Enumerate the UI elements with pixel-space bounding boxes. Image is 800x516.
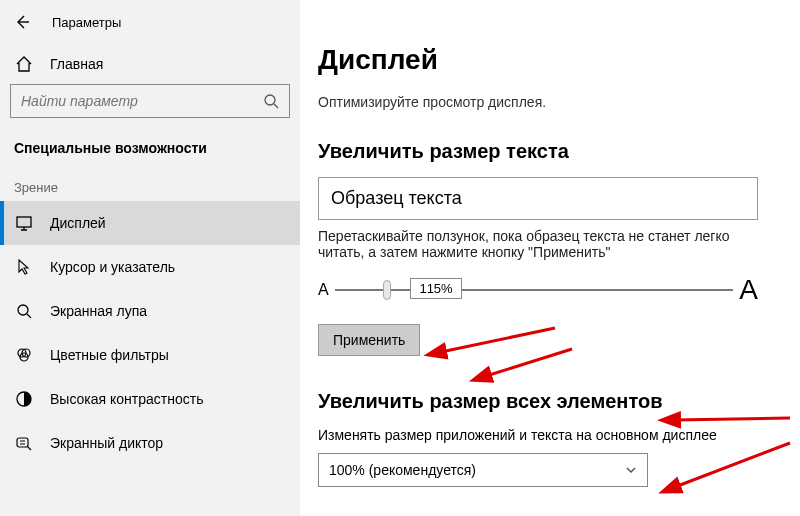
apply-button[interactable]: Применить — [318, 324, 420, 356]
sidebar-item-label: Дисплей — [50, 215, 106, 231]
section-title: Специальные возможности — [0, 132, 300, 174]
heading-scale-all: Увеличить размер всех элементов — [318, 390, 774, 413]
page-title: Дисплей — [318, 44, 774, 76]
sidebar-item-cursor[interactable]: Курсор и указатель — [0, 245, 300, 289]
svg-point-0 — [265, 95, 275, 105]
search-input[interactable] — [21, 93, 263, 109]
sidebar-item-label: Экранный диктор — [50, 435, 163, 451]
home-icon — [14, 54, 34, 74]
scale-dropdown-value: 100% (рекомендуется) — [329, 462, 476, 478]
content-area: Дисплей Оптимизируйте просмотр дисплея. … — [300, 0, 800, 516]
svg-rect-1 — [17, 217, 31, 227]
sidebar-item-label: Экранная лупа — [50, 303, 147, 319]
monitor-icon — [14, 213, 34, 233]
app-title: Параметры — [52, 15, 121, 30]
sidebar-item-color-filters[interactable]: Цветные фильтры — [0, 333, 300, 377]
narrator-icon — [14, 433, 34, 453]
magnifier-icon — [14, 301, 34, 321]
sidebar-item-label: Цветные фильтры — [50, 347, 169, 363]
page-subtitle: Оптимизируйте просмотр дисплея. — [318, 94, 774, 110]
sample-text-box: Образец текста — [318, 177, 758, 220]
svg-rect-7 — [17, 438, 28, 447]
sidebar-item-high-contrast[interactable]: Высокая контрастность — [0, 377, 300, 421]
svg-point-2 — [18, 305, 28, 315]
sidebar-item-label: Высокая контрастность — [50, 391, 203, 407]
sidebar-home[interactable]: Главная — [0, 44, 300, 84]
sidebar-item-display[interactable]: Дисплей — [0, 201, 300, 245]
text-size-hint: Перетаскивайте ползунок, пока образец те… — [318, 228, 758, 260]
arrow-left-icon — [14, 14, 30, 30]
color-filters-icon — [14, 345, 34, 365]
contrast-icon — [14, 389, 34, 409]
heading-text-size: Увеличить размер текста — [318, 140, 774, 163]
title-bar: Параметры — [0, 6, 300, 44]
sidebar-home-label: Главная — [50, 56, 103, 72]
text-size-slider-row: A 115% A — [318, 274, 758, 306]
back-button[interactable] — [10, 10, 34, 34]
slider-thumb[interactable] — [383, 280, 391, 300]
sidebar-item-magnifier[interactable]: Экранная лупа — [0, 289, 300, 333]
search-box[interactable] — [10, 84, 290, 118]
scale-field-label: Изменять размер приложений и текста на о… — [318, 427, 774, 443]
sidebar: Параметры Главная Специальные возможност… — [0, 0, 300, 516]
sidebar-item-label: Курсор и указатель — [50, 259, 175, 275]
scale-dropdown[interactable]: 100% (рекомендуется) — [318, 453, 648, 487]
slider-label-big: A — [739, 274, 758, 306]
cursor-icon — [14, 257, 34, 277]
slider-label-small: A — [318, 281, 329, 299]
chevron-down-icon — [625, 464, 637, 476]
sidebar-item-narrator[interactable]: Экранный диктор — [0, 421, 300, 465]
slider-value: 115% — [410, 278, 461, 299]
group-label-vision: Зрение — [0, 174, 300, 201]
search-icon — [263, 93, 279, 109]
text-size-slider[interactable]: 115% — [335, 289, 734, 291]
